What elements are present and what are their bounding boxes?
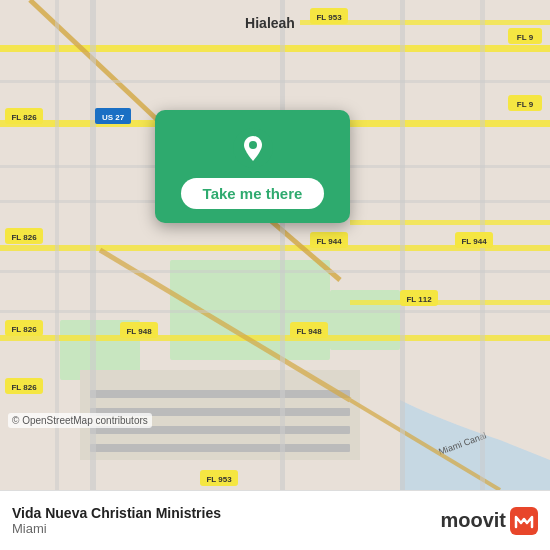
svg-rect-30 [0, 310, 550, 313]
svg-rect-29 [0, 270, 550, 273]
bottom-bar: Vida Nueva Christian Ministries Miami mo… [0, 490, 550, 550]
svg-text:FL 9: FL 9 [517, 100, 534, 109]
svg-rect-15 [350, 220, 550, 225]
svg-rect-22 [280, 0, 285, 490]
svg-text:FL 948: FL 948 [126, 327, 152, 336]
svg-text:FL 948: FL 948 [296, 327, 322, 336]
svg-text:FL 112: FL 112 [406, 295, 432, 304]
moovit-logo: moovit [440, 507, 538, 535]
svg-text:FL 826: FL 826 [11, 233, 37, 242]
svg-text:FL 9: FL 9 [517, 33, 534, 42]
svg-rect-8 [90, 444, 350, 452]
svg-text:FL 944: FL 944 [461, 237, 487, 246]
location-city: Miami [12, 521, 221, 536]
moovit-logo-icon [510, 507, 538, 535]
svg-rect-26 [0, 80, 550, 83]
moovit-logo-text: moovit [440, 509, 506, 532]
svg-text:FL 826: FL 826 [11, 325, 37, 334]
svg-point-61 [249, 141, 257, 149]
map-container: Miami Canal [0, 0, 550, 490]
svg-text:Hialeah: Hialeah [245, 15, 295, 31]
svg-text:FL 826: FL 826 [11, 113, 37, 122]
take-me-there-button[interactable]: Take me there [181, 178, 325, 209]
svg-text:US 27: US 27 [102, 113, 125, 122]
svg-text:FL 953: FL 953 [316, 13, 342, 22]
map-copyright: © OpenStreetMap contributors [8, 413, 152, 428]
svg-text:FL 826: FL 826 [11, 383, 37, 392]
svg-text:FL 944: FL 944 [316, 237, 342, 246]
svg-rect-5 [90, 390, 350, 398]
location-name: Vida Nueva Christian Ministries [12, 505, 221, 521]
location-pin-icon [233, 128, 273, 168]
svg-rect-13 [0, 335, 550, 341]
svg-rect-23 [400, 0, 405, 490]
svg-text:FL 953: FL 953 [206, 475, 232, 484]
location-info: Vida Nueva Christian Ministries Miami [12, 505, 221, 536]
popup-card: Take me there [155, 110, 350, 223]
svg-rect-16 [350, 300, 550, 305]
